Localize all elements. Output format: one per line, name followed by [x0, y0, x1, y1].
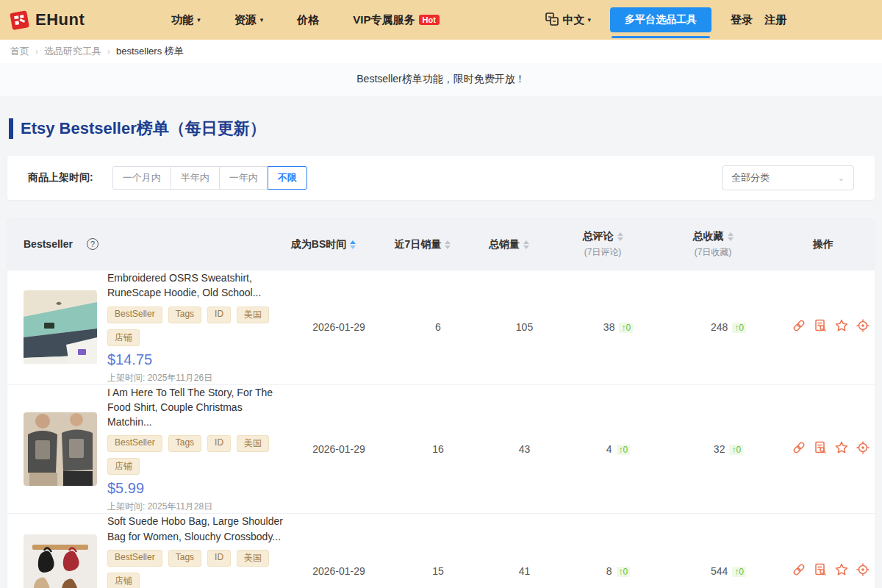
nav-vip-service[interactable]: VIP专属服务 Hot — [353, 13, 440, 27]
breadcrumb-research-tools[interactable]: 选品研究工具 — [44, 45, 101, 58]
tag-bestseller[interactable]: BestSeller — [107, 306, 162, 323]
nav-features[interactable]: 功能 ▾ — [171, 13, 201, 27]
favorites-delta-badge: ↑0 — [729, 445, 743, 455]
col-header-actions: 操作 — [772, 237, 875, 251]
tag-id[interactable]: ID — [207, 550, 231, 567]
product-title[interactable]: Soft Suede Hobo Bag, Large Shoulder Bag … — [107, 514, 284, 544]
reviews-sub-label: (7日评论) — [551, 246, 654, 259]
filter-half-year[interactable]: 半年内 — [171, 166, 220, 190]
filter-one-year[interactable]: 一年内 — [219, 166, 268, 190]
col-header-total-reviews: 总评论 (7日评论) — [551, 229, 654, 259]
star-icon[interactable] — [835, 563, 848, 576]
title-accent-bar — [9, 118, 13, 139]
sort-carets-icon — [617, 232, 623, 241]
total-favorites-value: 32 — [714, 443, 725, 455]
link-icon[interactable] — [792, 563, 806, 576]
logo[interactable]: EHunt — [9, 9, 85, 31]
product-listed-date: 上架时间: 2025年11月26日 — [107, 372, 284, 384]
product-title[interactable]: I Am Here To Tell The Story, For The Foo… — [107, 385, 284, 430]
cta-wrap: 多平台选品工具 — [610, 7, 711, 32]
listing-time-label: 商品上架时间: — [28, 171, 93, 184]
product-info: I Am Here To Tell The Story, For The Foo… — [107, 385, 284, 514]
favorites-delta-badge: ↑0 — [732, 567, 746, 577]
tag-shop[interactable]: 店铺 — [107, 573, 140, 588]
product-price: $5.99 — [107, 480, 284, 497]
tag-country[interactable]: 美国 — [237, 306, 269, 323]
sort-carets-icon — [350, 240, 356, 249]
bs-time-value: 2026-01-29 — [312, 443, 365, 455]
product-image[interactable] — [24, 412, 97, 486]
chevron-down-icon: ▾ — [587, 16, 591, 24]
register-link[interactable]: 注册 — [764, 13, 786, 27]
tag-country[interactable]: 美国 — [237, 550, 269, 567]
doc-search-icon[interactable] — [814, 319, 827, 332]
nav-resources[interactable]: 资源 ▾ — [234, 13, 264, 27]
sales-7d-value: 15 — [432, 565, 444, 577]
bs-time-value: 2026-01-29 — [312, 321, 365, 333]
sort-total-reviews[interactable]: 总评论 — [583, 230, 623, 243]
total-reviews-value: 4 — [606, 443, 612, 455]
tag-tags[interactable]: Tags — [168, 306, 201, 323]
chevron-down-icon: ▾ — [260, 16, 264, 24]
login-link[interactable]: 登录 — [731, 13, 753, 27]
filter-one-month[interactable]: 一个月内 — [112, 166, 171, 190]
doc-search-icon[interactable] — [814, 441, 827, 454]
chevron-down-icon: ▾ — [197, 16, 201, 24]
breadcrumb-home[interactable]: 首页 — [10, 45, 29, 58]
target-icon[interactable] — [856, 563, 870, 576]
target-icon[interactable] — [856, 441, 870, 454]
language-switcher[interactable]: 中文 ▾ — [545, 12, 591, 29]
product-title[interactable]: Embroidered OSRS Sweatshirt, RuneScape H… — [107, 270, 284, 301]
product-image[interactable] — [24, 534, 97, 588]
product-image[interactable] — [24, 290, 97, 364]
table-header-row: Bestseller ? 成为BS时间 近7日销量 总销量 总评论 — [7, 218, 875, 270]
col-header-total-favorites: 总收藏 (7日收藏) — [654, 229, 772, 259]
favorites-sub-label: (7日收藏) — [654, 246, 772, 259]
filter-unlimited[interactable]: 不限 — [268, 166, 307, 190]
sales-7d-value: 16 — [432, 443, 444, 455]
top-navbar: EHunt 功能 ▾ 资源 ▾ 价格 VIP专属服务 Hot — [0, 0, 882, 40]
chevron-down-icon: ⌄ — [838, 173, 845, 183]
tag-tags[interactable]: Tags — [168, 550, 201, 567]
doc-search-icon[interactable] — [814, 563, 827, 576]
tag-id[interactable]: ID — [207, 435, 231, 452]
reviews-delta-badge: ↑0 — [617, 567, 631, 577]
sort-bs-time[interactable]: 成为BS时间 — [291, 238, 356, 251]
sort-total-favorites[interactable]: 总收藏 — [693, 230, 734, 243]
tag-tags[interactable]: Tags — [168, 435, 201, 452]
main-nav: 功能 ▾ 资源 ▾ 价格 VIP专属服务 Hot — [171, 13, 440, 27]
question-circle-icon[interactable]: ? — [87, 238, 98, 250]
product-info: Soft Suede Hobo Bag, Large Shoulder Bag … — [107, 514, 284, 588]
multi-platform-tool-button[interactable]: 多平台选品工具 — [610, 7, 711, 32]
reviews-delta-badge: ↑0 — [619, 323, 633, 333]
tag-bestseller[interactable]: BestSeller — [107, 550, 162, 567]
tag-shop[interactable]: 店铺 — [107, 458, 140, 475]
sort-sales-7d[interactable]: 近7日销量 — [395, 238, 451, 251]
translate-icon — [545, 12, 559, 29]
table-row: Embroidered OSRS Sweatshirt, RuneScape H… — [7, 270, 875, 385]
star-icon[interactable] — [835, 441, 848, 454]
sort-total-sales[interactable]: 总销量 — [489, 238, 529, 251]
tag-bestseller[interactable]: BestSeller — [107, 435, 162, 452]
total-favorites-value: 248 — [711, 321, 728, 333]
bestseller-header-label: Bestseller — [24, 238, 73, 250]
table-row: I Am Here To Tell The Story, For The Foo… — [7, 385, 875, 514]
total-sales-value: 105 — [516, 321, 533, 333]
link-icon[interactable] — [792, 441, 806, 454]
target-icon[interactable] — [856, 319, 870, 332]
tag-id[interactable]: ID — [207, 306, 231, 323]
col-header-sales-7d: 近7日销量 — [379, 237, 467, 251]
row-actions — [792, 441, 870, 454]
total-reviews-value: 38 — [603, 321, 615, 333]
tag-shop[interactable]: 店铺 — [107, 329, 140, 346]
product-tags: BestSeller Tags ID 美国 店铺 — [107, 306, 284, 346]
link-icon[interactable] — [792, 319, 806, 332]
tag-country[interactable]: 美国 — [237, 435, 269, 452]
reviews-delta-badge: ↑0 — [617, 445, 631, 455]
category-dropdown[interactable]: 全部分类 ⌄ — [722, 165, 854, 190]
sales-7d-value: 6 — [435, 321, 441, 333]
nav-pricing[interactable]: 价格 — [297, 13, 319, 27]
star-icon[interactable] — [835, 319, 848, 332]
table-row: Soft Suede Hobo Bag, Large Shoulder Bag … — [7, 514, 875, 588]
notice-text: Bestseller榜单功能，限时免费开放！ — [356, 73, 525, 86]
